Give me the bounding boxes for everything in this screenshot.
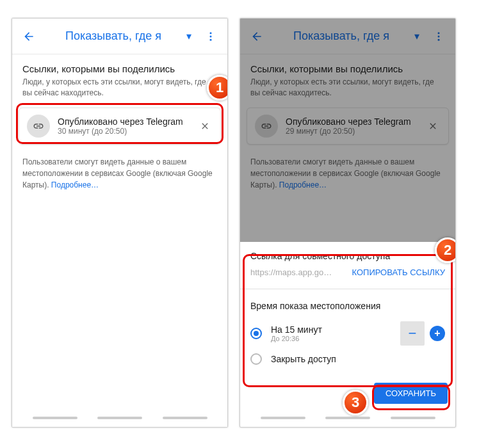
share-link-title: Ссылка для совместного доступа (250, 251, 445, 261)
phone-screen-left: Показывать, где я ▾ Ссылки, которыми вы … (12, 18, 228, 428)
app-header: Показывать, где я ▾ (12, 19, 227, 54)
back-button[interactable] (245, 25, 268, 48)
learn-more-link[interactable]: Подробнее… (279, 180, 327, 189)
increase-button[interactable]: + (430, 326, 445, 341)
svg-point-4 (438, 35, 440, 37)
shared-links-title: Ссылки, которыми вы поделились (12, 54, 227, 77)
android-navbar (12, 412, 227, 424)
radio-icon (250, 328, 262, 339)
info-text: Пользователи смогут видеть данные о ваше… (12, 147, 227, 200)
plus-icon: + (434, 328, 440, 339)
shared-link-card[interactable]: Опубликовано через Telegram 30 минут (до… (19, 108, 221, 145)
remove-link-button[interactable] (195, 116, 215, 136)
link-icon (27, 115, 50, 138)
duration-option-15min[interactable]: На 15 минут До 20:36 − + (250, 317, 445, 349)
arrow-left-icon (250, 30, 263, 43)
shared-links-subtitle: Люди, у которых есть эти ссылки, могут в… (12, 77, 227, 105)
minus-icon: − (409, 325, 417, 342)
shared-link-card[interactable]: Опубликовано через Telegram 29 минут (до… (247, 108, 449, 145)
app-header: Показывать, где я ▾ (240, 19, 455, 54)
back-button[interactable] (17, 25, 40, 48)
option-label: Закрыть доступ (271, 354, 445, 364)
annotation-badge-3: 3 (343, 390, 368, 415)
dropdown-arrow-icon[interactable]: ▾ (186, 30, 199, 42)
svg-point-1 (210, 35, 212, 37)
close-icon (428, 121, 438, 131)
page-title: Показывать, где я (65, 29, 161, 42)
svg-point-5 (438, 38, 440, 40)
card-subtitle: 30 минут (до 20:50) (58, 127, 195, 136)
more-button[interactable] (427, 25, 450, 48)
android-navbar (240, 412, 455, 424)
radio-icon (250, 353, 262, 365)
option-sub: До 20:36 (271, 335, 400, 342)
remove-link-button[interactable] (423, 116, 443, 136)
annotation-badge-2: 2 (435, 237, 456, 263)
divider (240, 289, 455, 289)
dropdown-arrow-icon[interactable]: ▾ (414, 30, 427, 42)
more-vertical-icon (433, 31, 444, 42)
duration-option-close[interactable]: Закрыть доступ (250, 349, 445, 369)
card-subtitle: 29 минут (до 20:50) (286, 127, 423, 136)
shared-links-subtitle: Люди, у которых есть эти ссылки, могут в… (240, 77, 455, 105)
more-vertical-icon (205, 31, 216, 42)
card-title: Опубликовано через Telegram (58, 116, 195, 127)
learn-more-link[interactable]: Подробнее… (51, 180, 99, 189)
option-label: На 15 минут (271, 324, 400, 335)
phone-screen-right: Показывать, где я ▾ Ссылки, которыми вы … (240, 18, 456, 428)
page-title: Показывать, где я (293, 29, 389, 42)
duration-title: Время показа местоположения (250, 301, 445, 311)
decrease-button[interactable]: − (400, 321, 425, 346)
svg-point-2 (210, 38, 212, 40)
shared-links-title: Ссылки, которыми вы поделились (240, 54, 455, 77)
save-button[interactable]: СОХРАНИТЬ (374, 383, 448, 404)
svg-point-0 (210, 32, 212, 34)
annotation-badge-1: 1 (207, 75, 228, 100)
copy-link-button[interactable]: КОПИРОВАТЬ ССЫЛКУ (352, 268, 446, 277)
card-title: Опубликовано через Telegram (286, 116, 423, 127)
share-url: https://maps.app.go… (250, 268, 332, 277)
arrow-left-icon (22, 30, 35, 43)
svg-point-3 (438, 32, 440, 34)
close-icon (200, 121, 210, 131)
link-icon (255, 115, 278, 138)
info-text: Пользователи смогут видеть данные о ваше… (240, 147, 455, 200)
more-button[interactable] (199, 25, 222, 48)
